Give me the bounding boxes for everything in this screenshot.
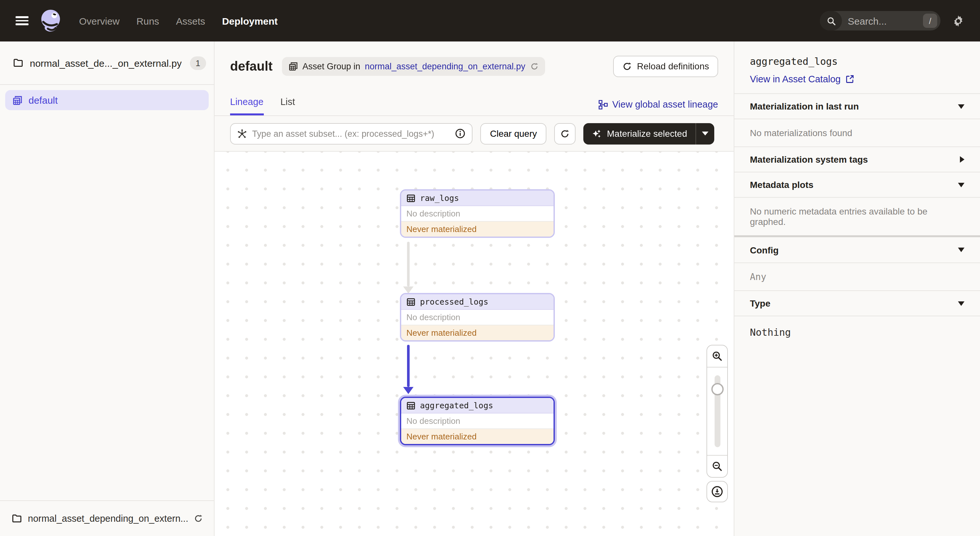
chevron-right-icon bbox=[960, 156, 964, 163]
gear-icon[interactable] bbox=[952, 14, 964, 27]
zoom-out-button[interactable] bbox=[707, 455, 727, 477]
search-placeholder: Search... bbox=[848, 15, 887, 26]
asset-name: processed_logs bbox=[420, 297, 488, 307]
nav-overview[interactable]: Overview bbox=[79, 15, 119, 26]
panel-asset-name: aggregated_logs bbox=[734, 41, 980, 67]
query-graph-icon bbox=[237, 129, 247, 138]
reload-icon bbox=[560, 129, 570, 138]
metadata-plots-empty-text: No numeric metadata entries available to… bbox=[734, 197, 980, 235]
download-graph-button[interactable] bbox=[706, 481, 728, 502]
folder-icon bbox=[13, 58, 23, 68]
asset-description: No description bbox=[401, 206, 554, 222]
section-type[interactable]: Type bbox=[734, 290, 980, 316]
asset-group-tag: Asset Group in normal_asset_depending_on… bbox=[282, 57, 545, 75]
asset-name: raw_logs bbox=[420, 193, 459, 203]
nav-assets[interactable]: Assets bbox=[176, 15, 205, 26]
chevron-down-icon bbox=[958, 183, 964, 187]
lineage-graph-icon bbox=[598, 100, 608, 109]
config-value: Any bbox=[734, 262, 980, 290]
search-input[interactable]: Search... / bbox=[820, 11, 940, 30]
main-content: default Asset Group in normal_asset_depe… bbox=[215, 41, 734, 536]
asset-status: Never materialized bbox=[401, 222, 554, 237]
tab-list[interactable]: List bbox=[280, 97, 295, 115]
section-config[interactable]: Config bbox=[734, 237, 980, 262]
materialize-options-dropdown[interactable] bbox=[696, 123, 714, 144]
lineage-canvas[interactable]: raw_logs No description Never materializ… bbox=[215, 152, 734, 536]
materialize-selected-split-button: Materialize selected bbox=[584, 123, 714, 144]
chevron-down-icon bbox=[702, 132, 708, 135]
nav-runs[interactable]: Runs bbox=[137, 15, 159, 26]
search-shortcut-badge: / bbox=[923, 14, 937, 28]
zoom-in-icon bbox=[712, 351, 723, 362]
search-icon bbox=[820, 11, 842, 30]
zoom-out-icon bbox=[712, 461, 723, 472]
edge-processed-to-aggregated bbox=[407, 345, 410, 394]
tag-prefix: Asset Group in bbox=[302, 61, 360, 71]
asset-subset-query[interactable] bbox=[230, 123, 473, 144]
asset-group-icon bbox=[12, 95, 23, 105]
zoom-slider-thumb[interactable] bbox=[711, 383, 723, 395]
asset-node-aggregated-logs[interactable]: aggregated_logs No description Never mat… bbox=[400, 397, 555, 445]
section-metadata-plots[interactable]: Metadata plots bbox=[734, 172, 980, 197]
view-in-asset-catalog-link[interactable]: View in Asset Catalog bbox=[750, 74, 854, 84]
table-icon bbox=[406, 401, 415, 410]
chevron-down-icon bbox=[958, 104, 964, 108]
top-nav-bar: Overview Runs Assets Deployment Search..… bbox=[0, 0, 980, 41]
code-location-name: normal_asset_depending_on_extern... bbox=[28, 513, 188, 524]
zoom-control bbox=[706, 345, 728, 478]
reload-definitions-button[interactable]: Reload definitions bbox=[613, 56, 718, 77]
workspace-count-badge: 1 bbox=[190, 56, 206, 70]
chevron-down-icon bbox=[958, 248, 964, 252]
tag-code-location-link[interactable]: normal_asset_depending_on_external.py bbox=[365, 61, 525, 71]
primary-nav: Overview Runs Assets Deployment bbox=[79, 15, 278, 26]
asset-description: No description bbox=[401, 414, 554, 429]
workspace-sidebar: normal_asset_de..._on_external.py 1 defa… bbox=[0, 41, 215, 536]
view-tabs: Lineage List View global asset lineage bbox=[215, 91, 734, 116]
graph-toolbar: Clear query Materialize selected bbox=[215, 116, 734, 152]
page-title: default bbox=[230, 59, 272, 73]
download-icon bbox=[711, 485, 723, 498]
dagster-logo[interactable] bbox=[38, 6, 65, 36]
sidebar-item-default-group[interactable]: default bbox=[5, 90, 209, 110]
edge-raw-to-processed bbox=[407, 242, 410, 294]
clear-query-button[interactable]: Clear query bbox=[480, 123, 547, 144]
nav-deployment[interactable]: Deployment bbox=[222, 15, 278, 26]
asset-name: aggregated_logs bbox=[420, 401, 493, 410]
section-materialization-system-tags[interactable]: Materialization system tags bbox=[734, 146, 980, 172]
asset-status: Never materialized bbox=[401, 325, 554, 340]
asset-status: Never materialized bbox=[401, 429, 554, 444]
asset-node-raw-logs[interactable]: raw_logs No description Never materializ… bbox=[400, 189, 555, 238]
dagster-app: Overview Runs Assets Deployment Search..… bbox=[0, 0, 980, 536]
chevron-down-icon bbox=[958, 301, 964, 305]
table-icon bbox=[406, 297, 415, 306]
zoom-in-button[interactable] bbox=[707, 345, 727, 367]
asset-node-processed-logs[interactable]: processed_logs No description Never mate… bbox=[400, 293, 555, 342]
refresh-graph-button[interactable] bbox=[555, 123, 576, 144]
materialization-empty-text: No materializations found bbox=[734, 119, 980, 146]
materialize-selected-button[interactable]: Materialize selected bbox=[584, 123, 695, 144]
workspace-name: normal_asset_de..._on_external.py bbox=[30, 57, 182, 68]
info-icon[interactable] bbox=[455, 128, 465, 139]
hamburger-icon[interactable] bbox=[16, 16, 29, 25]
reload-icon bbox=[622, 61, 632, 71]
reload-icon[interactable] bbox=[194, 514, 203, 523]
asset-detail-panel: aggregated_logs View in Asset Catalog Ma… bbox=[734, 41, 980, 536]
folder-icon bbox=[12, 513, 22, 524]
type-value: Nothing bbox=[734, 316, 980, 350]
asset-subset-input[interactable] bbox=[252, 129, 450, 138]
asset-group-icon bbox=[288, 61, 298, 71]
sparkles-icon bbox=[592, 129, 602, 138]
section-materialization-last-run[interactable]: Materialization in last run bbox=[734, 93, 980, 119]
tab-lineage[interactable]: Lineage bbox=[230, 97, 264, 115]
external-link-icon bbox=[845, 75, 854, 84]
view-global-asset-lineage-link[interactable]: View global asset lineage bbox=[598, 99, 718, 110]
sidebar-footer-code-location[interactable]: normal_asset_depending_on_extern... bbox=[0, 500, 214, 536]
reload-icon[interactable] bbox=[530, 62, 538, 70]
table-icon bbox=[406, 194, 415, 202]
sidebar-item-workspace[interactable]: normal_asset_de..._on_external.py 1 bbox=[0, 41, 214, 85]
group-name: default bbox=[29, 95, 58, 106]
asset-description: No description bbox=[401, 310, 554, 325]
